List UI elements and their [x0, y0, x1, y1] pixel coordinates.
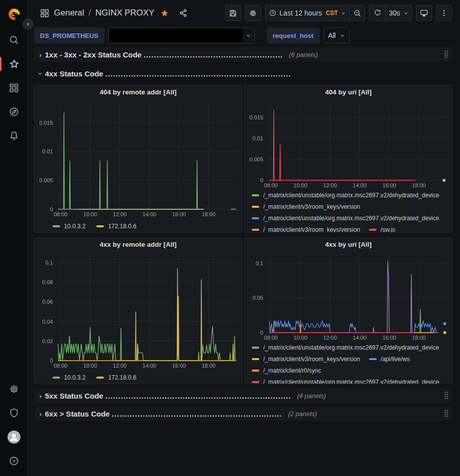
kebab-menu-icon [441, 9, 448, 17]
dashboard-settings-button[interactable] [245, 5, 261, 21]
legend-item[interactable]: /_matrix/client/v3/room_keys/version [252, 353, 360, 365]
variable-value-request-host[interactable]: All [324, 27, 350, 43]
sidebar-item-profile[interactable] [0, 425, 28, 449]
sidebar-item-dashboards[interactable] [0, 76, 28, 100]
time-controls: Last 12 hours CST [265, 5, 366, 21]
share-button[interactable] [178, 7, 189, 18]
row-drag-handle[interactable] [445, 50, 449, 58]
legend-item[interactable]: /_matrix/client/r0/sync [252, 365, 321, 376]
svg-text:0.04: 0.04 [42, 319, 53, 325]
svg-text:12:00: 12:00 [323, 335, 337, 341]
chevron-down-icon [340, 33, 345, 38]
sidebar-item-alerting[interactable] [0, 124, 28, 148]
refresh-controls: 30s [369, 5, 412, 21]
legend-series-swatch [252, 206, 259, 208]
svg-text:0.005: 0.005 [249, 156, 263, 162]
legend-series-label: 172.18.0.6 [108, 223, 136, 230]
row-header-4xx[interactable]: › 4xx Status Code ......................… [34, 66, 453, 81]
panel-4xx-by-remote-addr: 4xx by remote addr [All] 00.020.040.060.… [34, 237, 242, 384]
timeseries-plot[interactable]: 00.020.040.060.080.108:0010:0012:0014:00… [34, 251, 242, 370]
legend-series-label: 10.0.3.2 [64, 374, 85, 381]
row-leader-dots: ........................................… [105, 69, 291, 78]
row-panel-count: (6 panels) [289, 51, 318, 58]
legend-item[interactable]: /_matrix/client/unstable/org.matrix.msc2… [252, 342, 439, 353]
svg-text:10:00: 10:00 [83, 363, 97, 369]
legend-item[interactable]: /_matrix/client/v3/room_keys/version [252, 224, 360, 233]
panel-4xx-by-uri: 4xx by uri [All] 00.050.108:0010:0012:00… [244, 237, 453, 384]
row-drag-handle[interactable] [445, 410, 449, 418]
variable-label-ds-prometheus[interactable]: DS_PROMETHEUS [34, 27, 104, 43]
variable-label-request-host[interactable]: request_host [267, 27, 320, 43]
legend-series-label: /_matrix/client/v3/room_keys/version [263, 203, 360, 210]
breadcrumb-folder[interactable]: General [54, 8, 84, 18]
save-dashboard-button[interactable] [225, 5, 241, 21]
legend-series-swatch [252, 229, 259, 231]
breadcrumb: General / NGINX PROXY [40, 7, 189, 19]
legend-series-swatch [252, 217, 259, 219]
legend-item[interactable]: /sw.js [369, 224, 395, 233]
panel-legend: /_matrix/client/unstable/org.matrix.msc2… [245, 342, 452, 384]
monitor-icon [420, 8, 429, 17]
legend-series-label: /_matrix/client/r0/sync [263, 367, 321, 374]
timeseries-plot[interactable]: 00.050.108:0010:0012:0014:0016:0018:00 [245, 251, 452, 342]
legend-item[interactable]: 10.0.3.2 [52, 372, 85, 383]
sidebar-item-explore[interactable] [0, 100, 28, 124]
svg-text:16:00: 16:00 [172, 211, 186, 217]
sidebar-item-starred[interactable] [0, 52, 28, 76]
time-range-label: Last 12 hours [280, 9, 322, 17]
panel-title[interactable]: 404 by remote addr [All] [34, 85, 242, 98]
chevron-right-icon: › [36, 50, 45, 59]
variable-value-ds-prometheus[interactable] [108, 27, 255, 43]
dashboard-title[interactable]: NGINX PROXY [95, 8, 154, 18]
refresh-button[interactable] [369, 5, 385, 21]
user-avatar [7, 431, 20, 444]
legend-item[interactable]: /_matrix/client/unstable/org.matrix.msc2… [252, 376, 439, 384]
legend-series-swatch [252, 358, 259, 360]
row-header-1xx-3xx-2xx[interactable]: › 1xx - 3xx - 2xx Status Code ..........… [34, 47, 453, 62]
legend-item[interactable]: /_matrix/client/unstable/org.matrix.msc2… [252, 212, 439, 224]
row-drag-handle[interactable] [445, 392, 449, 400]
apps-grid-icon [8, 82, 19, 93]
sidebar-item-server-admin[interactable] [0, 401, 28, 425]
sidebar-item-configuration[interactable] [0, 377, 28, 401]
legend-item[interactable]: 172.18.0.6 [96, 372, 136, 383]
save-floppy-icon [229, 9, 237, 17]
chevron-right-icon: › [36, 392, 45, 400]
sidebar-expand-button[interactable]: › [22, 18, 33, 29]
more-options-button[interactable] [436, 5, 452, 21]
svg-text:0.015: 0.015 [249, 114, 263, 120]
row-title: 1xx - 3xx - 2xx Status Code [45, 50, 141, 59]
cycle-view-mode-button[interactable] [416, 5, 432, 21]
zoom-out-time-button[interactable] [349, 5, 365, 21]
row-header-5xx[interactable]: › 5xx Status Code ......................… [34, 388, 453, 403]
panel-title[interactable]: 4xx by uri [All] [245, 238, 452, 251]
svg-text:08:00: 08:00 [53, 211, 67, 217]
timeseries-plot[interactable]: 00.0050.010.01508:0010:0012:0014:0016:00… [245, 98, 452, 189]
legend-item[interactable]: 172.18.0.6 [96, 220, 136, 232]
legend-item[interactable]: /_matrix/client/v3/room_keys/version [252, 201, 360, 212]
favorite-star-button[interactable] [159, 7, 170, 19]
svg-text:?: ? [12, 459, 15, 464]
time-range-picker[interactable]: Last 12 hours CST [265, 5, 350, 21]
alert-bell-icon [8, 130, 19, 141]
legend-series-swatch [252, 194, 259, 196]
sidebar-bottom: ? [0, 377, 28, 473]
refresh-interval-picker[interactable]: 30s [385, 5, 412, 21]
row-header-6xx[interactable]: › 6xx > Status Code ....................… [34, 406, 453, 421]
svg-text:16:00: 16:00 [172, 363, 186, 369]
legend-item[interactable]: /_matrix/client/unstable/org.matrix.msc2… [252, 189, 439, 201]
svg-text:12:00: 12:00 [323, 182, 337, 188]
timeseries-plot[interactable]: 00.0050.010.01508:0010:0012:0014:0016:00… [34, 98, 242, 218]
row-leader-dots: ........................................… [112, 410, 282, 418]
panel-title[interactable]: 4xx by remote addr [All] [34, 238, 242, 251]
svg-text:0: 0 [260, 330, 263, 336]
legend-series-label: 10.0.3.2 [64, 223, 85, 230]
panel-title[interactable]: 404 by uri [All] [245, 85, 452, 98]
svg-text:18:00: 18:00 [412, 335, 426, 341]
legend-item[interactable]: 10.0.3.2 [52, 220, 85, 232]
sidebar-item-help[interactable]: ? [0, 449, 28, 473]
legend-item[interactable]: /api/live/ws [369, 353, 410, 365]
row-leader-dots: ........................................… [105, 392, 291, 400]
svg-text:12:00: 12:00 [113, 211, 127, 217]
sidebar-item-search[interactable] [0, 28, 28, 52]
